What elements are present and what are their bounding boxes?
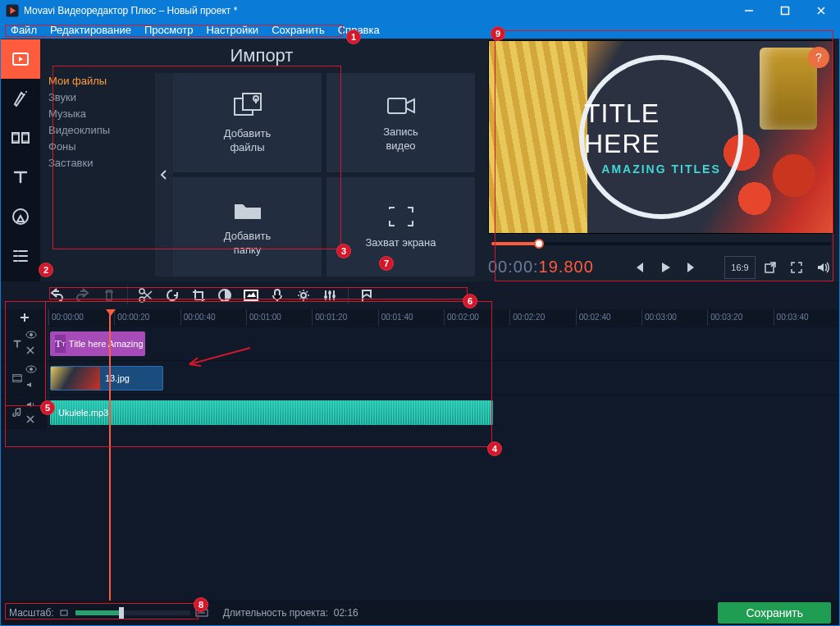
rail-transitions[interactable] — [1, 118, 40, 158]
time-ruler[interactable]: 00:00:0000:00:2000:00:4000:01:0000:01:20… — [1, 309, 839, 326]
tile-add-folder[interactable]: Добавить папку — [173, 177, 322, 276]
ruler-tick: 00:02:00 — [444, 309, 509, 326]
menu-save[interactable]: Сохранить — [265, 22, 331, 38]
track-unlink-icon[interactable] — [25, 414, 37, 426]
undo-button[interactable] — [45, 284, 68, 307]
menu-view[interactable]: Просмотр — [138, 22, 199, 38]
callout-3: 3 — [336, 244, 351, 258]
close-button[interactable] — [803, 1, 839, 21]
panel-title: Импорт — [40, 39, 483, 73]
svg-point-26 — [30, 368, 33, 371]
svg-point-3 — [24, 94, 25, 95]
ruler-tick: 00:00:40 — [180, 309, 246, 326]
video-track: 13.jpg — [1, 360, 839, 395]
audio-track-icon — [11, 407, 23, 418]
rail-filters[interactable] — [1, 79, 40, 118]
save-button[interactable]: Сохранить — [718, 602, 831, 624]
video-clip-name: 13.jpg — [100, 373, 135, 383]
cat-my-files[interactable]: Мои файлы — [48, 73, 148, 89]
volume-button[interactable] — [811, 256, 834, 279]
cat-intros[interactable]: Заставки — [48, 155, 148, 171]
play-button[interactable] — [654, 256, 677, 279]
audio-clip[interactable]: Ukulele.mp3 — [50, 400, 493, 425]
menu-edit[interactable]: Редактирование — [43, 22, 138, 38]
ruler-tick: 00:00:00 — [48, 309, 114, 326]
ruler-tick: 00:00:20 — [114, 309, 180, 326]
timeline: 00:00:0000:00:2000:00:4000:01:0000:01:20… — [1, 309, 839, 601]
minimize-button[interactable] — [731, 1, 767, 21]
menu-settings[interactable]: Настройки — [199, 22, 265, 38]
cat-sounds[interactable]: Звуки — [48, 89, 148, 106]
ruler-tick: 00:01:40 — [378, 309, 444, 326]
window-title: Movavi Видеоредактор Плюс – Новый проект… — [24, 5, 731, 16]
delete-button[interactable] — [98, 284, 121, 307]
video-track-icon — [11, 372, 23, 384]
tile-screen-capture[interactable]: Захват экрана — [326, 177, 475, 276]
tile-label: Добавить папку — [224, 229, 271, 257]
cat-backgrounds[interactable]: Фоны — [48, 139, 148, 155]
detach-preview-button[interactable] — [759, 256, 782, 279]
ruler-tick: 00:02:20 — [509, 309, 575, 326]
ruler-tick: 00:02:40 — [576, 309, 641, 326]
preview-title-overlay: TITLE HERE AMAZING TITLES — [579, 55, 743, 219]
split-button[interactable] — [135, 284, 158, 307]
playhead[interactable] — [109, 309, 111, 601]
track-unlink-icon[interactable] — [25, 345, 37, 357]
tile-add-files[interactable]: Добавить файлы — [173, 73, 322, 172]
track-visible-icon[interactable] — [25, 331, 37, 342]
ruler-tick: 00:03:40 — [774, 309, 839, 326]
title-track: TT Title here Amazing titles — [1, 326, 839, 360]
zoom-control[interactable]: Масштаб: — [9, 607, 208, 619]
menu-file[interactable]: Файл — [4, 22, 43, 38]
crop-button[interactable] — [187, 284, 210, 307]
preview-frame[interactable]: TITLE HERE AMAZING TITLES — [488, 40, 834, 234]
track-audio-icon[interactable] — [25, 380, 37, 391]
tile-record-video[interactable]: Запись видео — [326, 73, 475, 172]
titlebar: Movavi Видеоредактор Плюс – Новый проект… — [1, 1, 839, 21]
title-line1: TITLE HERE — [584, 98, 738, 159]
cat-music[interactable]: Музыка — [48, 106, 148, 122]
next-frame-button[interactable] — [680, 256, 703, 279]
color-adjust-button[interactable] — [213, 284, 236, 307]
equalizer-button[interactable] — [318, 284, 341, 307]
prev-frame-button[interactable] — [628, 256, 651, 279]
svg-rect-11 — [388, 98, 406, 113]
svg-point-21 — [332, 295, 336, 298]
maximize-button[interactable] — [767, 1, 803, 21]
rail-import[interactable] — [1, 39, 40, 79]
title-clip-icon: TT — [55, 335, 66, 353]
svg-rect-9 — [243, 94, 261, 110]
ruler-tick: 00:01:20 — [312, 309, 377, 326]
svg-point-14 — [139, 297, 144, 302]
seek-bar[interactable] — [488, 234, 834, 254]
clip-properties-button[interactable] — [292, 284, 315, 307]
cat-clips[interactable]: Видеоклипы — [48, 122, 148, 139]
tile-label: Захват экрана — [365, 235, 436, 249]
marker-button[interactable] — [355, 284, 378, 307]
svg-point-18 — [301, 293, 306, 298]
rail-titles[interactable] — [1, 158, 40, 197]
svg-point-4 — [25, 91, 27, 93]
track-visible-icon[interactable] — [25, 365, 37, 377]
video-clip-thumb — [51, 367, 100, 390]
ruler-tick: 00:03:00 — [641, 309, 707, 326]
collapse-categories-button[interactable] — [155, 73, 173, 276]
rotate-button[interactable] — [161, 284, 184, 307]
transition-wizard-button[interactable] — [240, 284, 262, 307]
rail-more[interactable] — [1, 236, 40, 276]
svg-point-19 — [324, 295, 327, 299]
redo-button[interactable] — [71, 284, 94, 307]
title-clip[interactable]: TT Title here Amazing titles — [50, 331, 145, 356]
record-audio-button[interactable] — [266, 284, 289, 307]
aspect-ratio-button[interactable]: 16:9 — [724, 256, 756, 279]
svg-point-13 — [139, 289, 144, 294]
video-clip[interactable]: 13.jpg — [50, 366, 163, 391]
rail-stickers[interactable] — [1, 197, 40, 236]
zoom-out-icon[interactable] — [59, 608, 71, 618]
add-track-button[interactable] — [1, 309, 48, 326]
audio-clip-name: Ukulele.mp3 — [55, 408, 112, 418]
help-button[interactable]: ? — [808, 47, 829, 68]
fullscreen-button[interactable] — [785, 256, 808, 279]
audio-track: Ukulele.mp3 — [1, 395, 839, 429]
track-audio-icon[interactable] — [25, 400, 37, 411]
